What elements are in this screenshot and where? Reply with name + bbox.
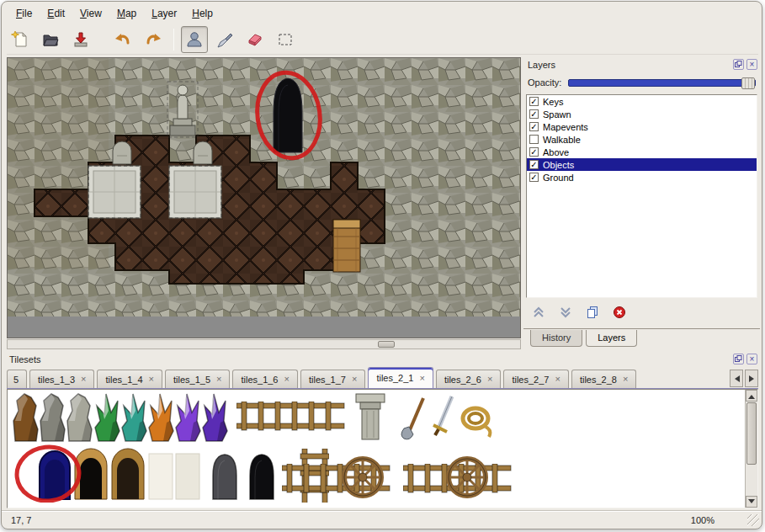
new-file-button[interactable]: [7, 26, 34, 53]
tile-wagon-wheel[interactable]: [449, 459, 486, 496]
tile-crystal-orange[interactable]: [149, 394, 173, 441]
layer-visibility-checkbox[interactable]: ✓: [529, 160, 539, 169]
eraser-tool-button[interactable]: [242, 26, 268, 53]
map-view[interactable]: [7, 57, 521, 338]
tileset-content[interactable]: [7, 389, 758, 508]
move-layer-up-button[interactable]: [530, 304, 547, 321]
tile-sword[interactable]: [433, 396, 452, 435]
undo-button[interactable]: [109, 26, 136, 53]
layer-visibility-checkbox[interactable]: [529, 135, 539, 144]
tab-close-icon[interactable]: ×: [216, 375, 221, 384]
resize-grip[interactable]: [747, 514, 759, 526]
tileset-tab-tiles_2_8[interactable]: tiles_2_8×: [571, 370, 636, 388]
tile-rope-coil[interactable]: [463, 408, 490, 437]
brush-tool-button[interactable]: [211, 26, 238, 53]
map-horizontal-scrollbar[interactable]: [7, 339, 521, 349]
save-file-button[interactable]: [67, 26, 94, 53]
dark-figure: [274, 78, 302, 152]
tile-rock-brown[interactable]: [13, 394, 38, 441]
close-panel-button[interactable]: ×: [746, 59, 757, 70]
tile-pale-drape[interactable]: [149, 454, 173, 499]
tab-close-icon[interactable]: ×: [419, 374, 424, 383]
menu-view[interactable]: View: [72, 4, 109, 23]
delete-layer-button[interactable]: [611, 304, 628, 321]
opacity-slider[interactable]: [568, 79, 756, 87]
tileset-tab-tiles_1_7[interactable]: tiles_1_7×: [300, 370, 365, 388]
layer-row-keys[interactable]: ✓Keys: [527, 95, 757, 108]
menu-edit[interactable]: Edit: [40, 4, 72, 23]
tile-crystal-teal[interactable]: [122, 394, 146, 441]
duplicate-layer-button[interactable]: [584, 304, 601, 321]
float-panel-button[interactable]: [733, 354, 744, 364]
tileset-tab-tiles_2_6[interactable]: tiles_2_6×: [436, 370, 501, 388]
tab-close-icon[interactable]: ×: [81, 375, 86, 384]
tileset-vertical-scrollbar[interactable]: [745, 390, 757, 508]
tile-dark-doorway-selected[interactable]: [40, 451, 70, 499]
layer-row-above[interactable]: ✓Above: [527, 146, 757, 158]
tile-rock-light[interactable]: [67, 394, 92, 441]
menu-help[interactable]: Help: [184, 4, 220, 23]
tileset-tab-label: tiles_1_5: [173, 375, 210, 385]
up-arrow-icon: [748, 391, 755, 399]
layer-row-ground[interactable]: ✓Ground: [527, 171, 757, 184]
tab-close-icon[interactable]: ×: [284, 375, 290, 384]
character-tool-button[interactable]: [181, 26, 208, 53]
menu-layer[interactable]: Layer: [144, 4, 184, 23]
tile-hooded-figure-gray[interactable]: [213, 455, 236, 499]
tileset-tiles[interactable]: [8, 390, 745, 503]
redo-button[interactable]: [140, 26, 167, 53]
tile-crystal-green[interactable]: [95, 394, 120, 441]
tile-wooden-track[interactable]: [236, 402, 344, 430]
tileset-tab-tiles_2_1[interactable]: tiles_2_1×: [368, 367, 433, 388]
tile-wagon-wheel[interactable]: [344, 459, 381, 496]
open-file-icon: [41, 30, 60, 49]
open-file-button[interactable]: [37, 26, 64, 53]
close-panel-button[interactable]: ×: [746, 354, 757, 364]
tile-shovel[interactable]: [401, 398, 423, 439]
scroll-down-button[interactable]: [746, 496, 757, 508]
layer-row-objects[interactable]: ✓Objects: [527, 158, 757, 171]
tile-hooded-figure-black[interactable]: [250, 455, 274, 499]
dock-tab-layers[interactable]: Layers: [586, 330, 637, 347]
tileset-tab-tiles_1_5[interactable]: tiles_1_5×: [165, 370, 230, 388]
map-canvas-surface[interactable]: [8, 58, 520, 338]
layer-visibility-checkbox[interactable]: ✓: [529, 97, 539, 106]
scroll-tabs-left-button[interactable]: [730, 370, 743, 387]
menu-bar: FileEditViewMapLayerHelp: [5, 4, 758, 24]
tileset-tab-tiles_1_4[interactable]: tiles_1_4×: [97, 370, 162, 388]
menu-map[interactable]: Map: [109, 4, 144, 23]
tile-crystal-purple[interactable]: [176, 394, 200, 441]
scrollbar-thumb[interactable]: [746, 402, 757, 465]
menu-file[interactable]: File: [8, 4, 40, 23]
tile-column-capital[interactable]: [356, 394, 385, 439]
dock-tab-history[interactable]: History: [530, 330, 582, 347]
opacity-slider-thumb[interactable]: [741, 77, 755, 89]
tileset-tab-5[interactable]: 5: [7, 370, 27, 388]
tile-crystal-violet[interactable]: [203, 394, 227, 441]
tileset-tab-tiles_1_6[interactable]: tiles_1_6×: [232, 370, 297, 388]
tab-close-icon[interactable]: ×: [555, 375, 560, 384]
select-tool-button[interactable]: [272, 26, 299, 53]
tile-rock-gray[interactable]: [40, 394, 65, 441]
tileset-tab-tiles_1_3[interactable]: tiles_1_3×: [29, 370, 94, 388]
layer-visibility-checkbox[interactable]: ✓: [529, 109, 539, 119]
tile-framed-doorway[interactable]: [112, 449, 144, 499]
layer-row-walkable[interactable]: Walkable: [527, 133, 757, 146]
scroll-tabs-right-button[interactable]: [745, 370, 758, 387]
move-layer-down-button[interactable]: [557, 304, 574, 321]
tab-close-icon[interactable]: ×: [487, 375, 492, 384]
brush-tool-icon: [215, 30, 234, 49]
layer-visibility-checkbox[interactable]: ✓: [529, 122, 539, 131]
scrollbar-thumb[interactable]: [378, 341, 395, 348]
tab-close-icon[interactable]: ×: [352, 375, 357, 384]
layer-row-spawn[interactable]: ✓Spawn: [527, 108, 757, 120]
tile-pale-drape[interactable]: [176, 454, 199, 499]
layer-visibility-checkbox[interactable]: ✓: [529, 147, 539, 157]
tab-close-icon[interactable]: ×: [623, 375, 628, 384]
tab-close-icon[interactable]: ×: [149, 375, 154, 384]
layer-visibility-checkbox[interactable]: ✓: [529, 173, 539, 182]
float-panel-button[interactable]: [733, 59, 744, 70]
scroll-up-button[interactable]: [746, 390, 757, 402]
layer-row-mapevents[interactable]: ✓Mapevents: [527, 120, 757, 133]
tileset-tab-tiles_2_7[interactable]: tiles_2_7×: [503, 370, 568, 388]
